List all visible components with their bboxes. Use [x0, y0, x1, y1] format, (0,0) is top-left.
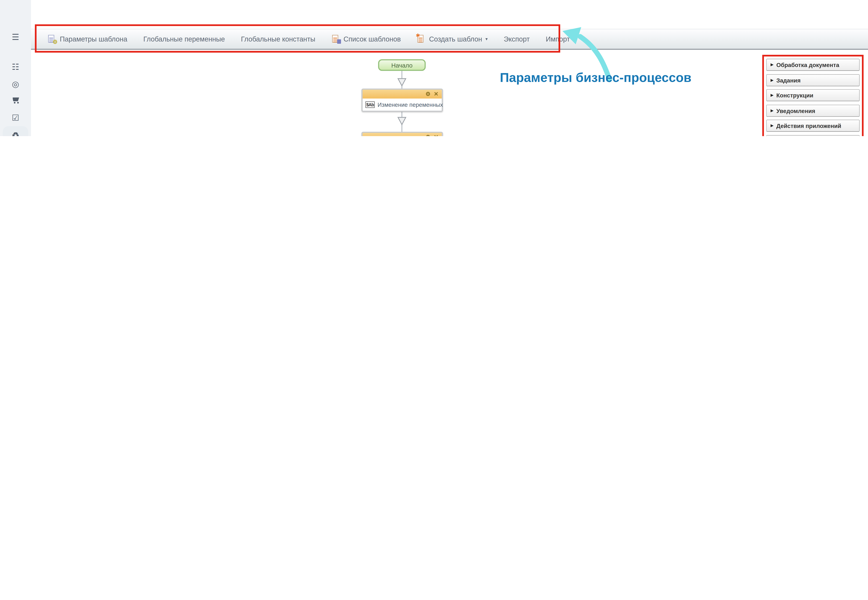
flow-start-node[interactable]: Начало: [378, 59, 426, 71]
block-header: ⚙ ✕: [363, 133, 442, 136]
flow-block-set-variables[interactable]: ⚙ ✕ $Ab Изменение переменных: [361, 89, 443, 112]
block-title: Изменение переменных: [377, 102, 443, 108]
panel-highlight-box: [762, 55, 863, 136]
flow-block-edit-document[interactable]: ⚙ ✕ ✎ Изменение документа: [361, 132, 443, 136]
block-close-icon[interactable]: ✕: [434, 91, 439, 97]
block-settings-icon[interactable]: ⚙: [426, 135, 430, 136]
flow-connectors: [0, 0, 868, 136]
block-header: ⚙ ✕: [363, 90, 442, 98]
variable-icon: $Ab: [365, 102, 375, 108]
block-close-icon[interactable]: ✕: [434, 135, 439, 136]
process-designer-screenshot: ☰ ☷ ◎ ☑ ♻ ▢ ▦ ▥ ⊟ ✉ ♟♟ ▤ ☻ ▣ ⌄ ⁂ ⚙ + ♛ ⚙…: [0, 0, 868, 136]
toolbar-highlight-box: [35, 24, 560, 53]
block-settings-icon[interactable]: ⚙: [426, 91, 430, 97]
toolbar-annotation-label: Параметры бизнес-процессов: [500, 70, 691, 85]
